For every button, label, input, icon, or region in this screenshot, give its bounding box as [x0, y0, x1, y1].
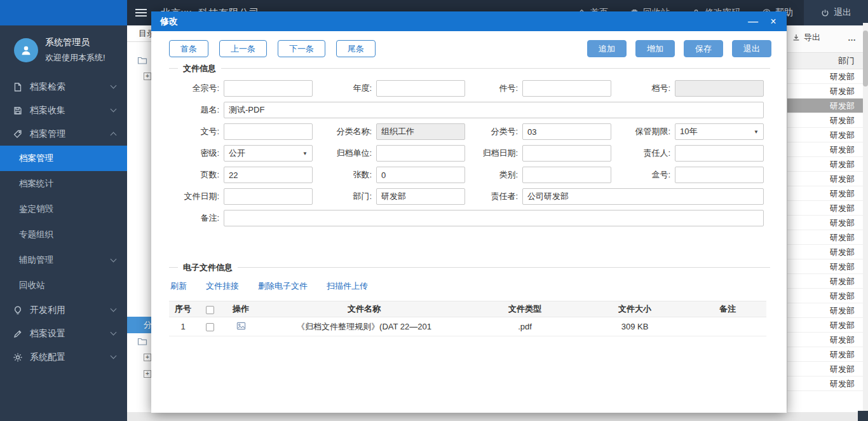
select-all-checkbox[interactable] — [206, 306, 214, 314]
archive-date-label: 归档日期: — [465, 148, 522, 159]
archive-unit-field[interactable] — [376, 145, 465, 162]
retention-period-select[interactable]: 10年▼ — [675, 123, 764, 140]
table-row[interactable]: 研发部 — [787, 201, 863, 216]
efile-row[interactable]: 1 《归档文件整理规则》(DAT 22—201 .pdf 309 KB — [169, 317, 766, 336]
tree-expander-icon[interactable]: + — [144, 370, 151, 378]
table-row[interactable]: 研发部 — [787, 84, 863, 99]
user-panel: 系统管理员 欢迎使用本系统! — [0, 25, 127, 75]
table-row[interactable]: 研发部 — [787, 157, 863, 172]
sidebar-item-archive-settings[interactable]: 档案设置 — [0, 322, 127, 345]
table-row[interactable]: 研发部 — [787, 245, 863, 259]
export-label: 导出 — [804, 32, 820, 43]
delete-efile-link[interactable]: 删除电子文件 — [258, 280, 308, 292]
table-row[interactable]: 研发部 — [787, 274, 863, 289]
archive-no-field[interactable] — [675, 80, 764, 97]
item-no-field[interactable] — [522, 80, 611, 97]
sidebar-item-develop-use[interactable]: 开发利用 — [0, 298, 127, 322]
scan-upload-link[interactable]: 扫描件上传 — [327, 280, 368, 292]
sidebar-subitem-archive-stats[interactable]: 档案统计 — [0, 171, 127, 197]
column-header-department[interactable]: 部门 — [787, 53, 863, 69]
archive-collect-icon — [13, 106, 23, 116]
last-record-button[interactable]: 尾条 — [336, 40, 376, 57]
category-field[interactable] — [522, 167, 611, 183]
author-field[interactable] — [522, 188, 764, 205]
table-row[interactable]: 研发部 — [787, 142, 863, 157]
sidebar-subitem-auxiliary-manage[interactable]: 辅助管理 — [0, 247, 127, 273]
table-row[interactable]: 研发部 — [787, 259, 863, 274]
table-row[interactable]: 研发部 — [787, 376, 863, 391]
archive-date-field[interactable] — [522, 145, 611, 162]
save-button[interactable]: 保存 — [684, 40, 723, 57]
category-name-field[interactable] — [376, 123, 465, 140]
vertical-scrollbar[interactable] — [863, 23, 868, 412]
append-button[interactable]: 追加 — [587, 40, 627, 57]
sidebar-subitem-special-topic[interactable]: 专题组织 — [0, 222, 127, 247]
table-row[interactable]: 研发部 — [787, 128, 863, 142]
file-preview-icon[interactable] — [236, 321, 246, 331]
col-file-name: 文件名称 — [259, 301, 469, 317]
table-row[interactable]: 研发部 — [787, 289, 863, 303]
exit-button[interactable]: 退出 — [732, 40, 771, 57]
sidebar-item-archive-manage[interactable]: 档案管理 — [0, 122, 127, 146]
table-row[interactable]: 研发部 — [787, 186, 863, 201]
page-count-field[interactable] — [224, 167, 313, 183]
box-no-field[interactable] — [675, 167, 764, 183]
sidebar-item-archive-search[interactable]: 档案检索 — [0, 75, 127, 99]
tree-expander-icon[interactable]: + — [144, 354, 151, 361]
topbar-item-logout[interactable]: 退出 — [804, 0, 868, 25]
table-row[interactable]: 研发部 — [787, 303, 863, 318]
archive-unit-label: 归档单位: — [313, 148, 376, 159]
next-record-button[interactable]: 下一条 — [278, 40, 325, 57]
table-row[interactable]: 研发部 — [787, 362, 863, 376]
menu-toggle-icon[interactable] — [135, 9, 147, 17]
first-record-button[interactable]: 首条 — [169, 40, 208, 57]
row-checkbox[interactable] — [206, 323, 214, 331]
export-button[interactable]: 导出 — [792, 32, 820, 43]
table-row[interactable]: 研发部 — [787, 216, 863, 230]
table-row[interactable]: 研发部 — [787, 172, 863, 186]
more-options-button[interactable]: … — [848, 33, 857, 43]
sidebar-item-label: 系统配置 — [30, 352, 104, 363]
sidebar-subitem-appraise-destroy[interactable]: 鉴定销毁 — [0, 197, 127, 222]
security-level-select[interactable]: 公开▼ — [224, 145, 313, 162]
sheet-count-field[interactable] — [376, 167, 465, 183]
table-row[interactable]: 研发部 — [787, 99, 863, 113]
dialog-titlebar[interactable]: 修改 — × — [151, 11, 787, 31]
topbar-item-label: 退出 — [834, 7, 851, 18]
fonds-no-field[interactable] — [224, 80, 313, 97]
results-toolbar: 导出 … — [787, 23, 863, 53]
minimize-button[interactable]: — — [747, 16, 759, 27]
close-button[interactable]: × — [768, 16, 779, 27]
department-field[interactable] — [376, 188, 465, 205]
sidebar-item-system-config[interactable]: 系统配置 — [0, 345, 127, 369]
sidebar-subitem-recycle-bin[interactable]: 回收站 — [0, 273, 127, 298]
attach-file-link[interactable]: 文件挂接 — [206, 280, 239, 292]
refresh-link[interactable]: 刷新 — [170, 280, 187, 292]
folder-icon[interactable] — [137, 56, 147, 65]
table-row[interactable]: 研发部 — [787, 230, 863, 245]
table-row[interactable]: 研发部 — [787, 318, 863, 333]
table-row[interactable]: 研发部 — [787, 113, 863, 128]
file-info-group: 文件信息 全宗号:年度:件号:档号:题名:文号:分类名称:分类号:保管期限:10… — [169, 68, 770, 226]
file-date-field[interactable] — [224, 188, 313, 205]
doc-no-field[interactable] — [224, 123, 313, 140]
table-row[interactable]: 研发部 — [787, 347, 863, 362]
year-field[interactable] — [376, 80, 465, 97]
table-row[interactable]: 研发部 — [787, 69, 863, 84]
tree-expander-icon[interactable]: + — [144, 72, 151, 80]
title-field[interactable] — [224, 102, 764, 118]
remark-field[interactable] — [224, 210, 764, 226]
sidebar-item-archive-collect[interactable]: 档案收集 — [0, 99, 127, 122]
sidebar-subitem-archive-manage[interactable]: 档案管理 — [0, 146, 127, 171]
category-no-field[interactable] — [522, 123, 611, 140]
table-row[interactable]: 研发部 — [787, 333, 863, 347]
prev-record-button[interactable]: 上一条 — [219, 40, 267, 57]
dept-rows: 研发部研发部研发部研发部研发部研发部研发部研发部研发部研发部研发部研发部研发部研… — [787, 69, 863, 391]
scrollbar-thumb[interactable] — [863, 31, 868, 86]
sidebar-subitem-label: 专题组织 — [19, 229, 116, 240]
folder-icon[interactable] — [137, 337, 147, 346]
efile-actions: 刷新 文件挂接 删除电子文件 扫描件上传 — [169, 268, 770, 292]
responsible-person-field[interactable] — [675, 145, 764, 162]
category-label: 类别: — [465, 169, 522, 181]
add-button[interactable]: 增加 — [635, 40, 675, 57]
